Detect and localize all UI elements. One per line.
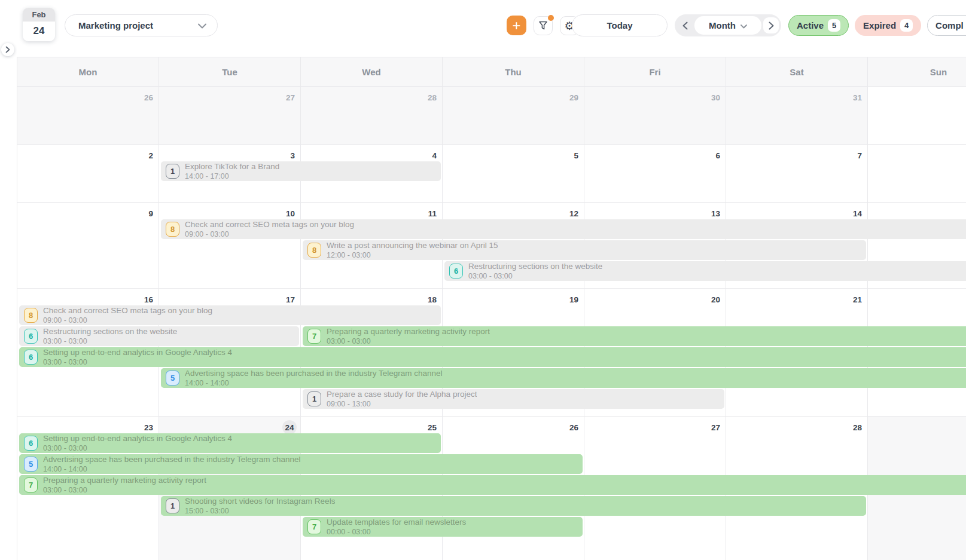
next-period-button[interactable] [763, 17, 779, 33]
event-title: Prepare a case study for the Alpha proje… [327, 390, 477, 399]
date-widget-day: 24 [23, 22, 55, 41]
event-time: 14:00 - 14:00 [43, 466, 301, 473]
event-title: Advertising space has been purchased in … [185, 369, 443, 378]
toolbar: Feb 24 Marketing project + ⚙ Today Month [0, 0, 966, 55]
event-time: 09:00 - 03:00 [185, 231, 354, 238]
add-event-button[interactable]: + [507, 16, 526, 35]
day-cell[interactable]: 29 [443, 87, 584, 144]
view-mode-label: Month [709, 20, 736, 30]
day-cell[interactable] [868, 145, 966, 202]
day-cell[interactable] [868, 87, 966, 144]
chevron-down-icon [198, 20, 206, 30]
date-number: 10 [281, 206, 295, 221]
date-number: 30 [706, 90, 720, 105]
date-number: 27 [706, 420, 720, 434]
day-cell[interactable]: 10 [159, 203, 301, 288]
calendar-week-row: 2345671Explore TikTok for a Brand14:00 -… [17, 145, 966, 203]
status-filter-pills: Active5Expired4Compl [788, 15, 966, 36]
project-selector-label: Marketing project [78, 20, 153, 30]
event-time: 03:00 - 03:00 [327, 338, 490, 345]
event-bar[interactable]: 1Explore TikTok for a Brand14:00 - 17:00 [161, 161, 441, 181]
date-number: 5 [564, 148, 578, 163]
month-calendar: MonTueWedThuFriSatSun 262728293031234567… [17, 57, 966, 560]
day-header-mon: Mon [17, 57, 159, 86]
date-number: 29 [564, 90, 578, 105]
event-bar[interactable]: 1Prepare a case study for the Alpha proj… [303, 389, 724, 409]
event-bar[interactable]: 8Check and correct SEO meta tags on your… [161, 219, 966, 239]
status-filter-completed[interactable]: Compl [927, 15, 966, 36]
day-cell[interactable]: 6 [584, 145, 726, 202]
event-bar[interactable]: 7Preparing a quarterly marketing activit… [19, 475, 966, 495]
event-bar[interactable]: 7Update templates for email newsletters0… [303, 517, 583, 537]
status-filter-label: Active [797, 20, 824, 30]
event-count-badge: 1 [307, 391, 321, 406]
date-number: 13 [706, 206, 720, 221]
funnel-icon [538, 21, 548, 30]
event-bar[interactable]: 7Preparing a quarterly marketing activit… [303, 326, 966, 346]
event-count-badge: 8 [166, 222, 179, 237]
day-header-row: MonTueWedThuFriSatSun [17, 57, 966, 87]
day-header-tue: Tue [159, 57, 301, 86]
calendar-week-row: 2324252627286Setting up end-to-end analy… [17, 417, 966, 560]
event-bar[interactable]: 6Setting up end-to-end analytics in Goog… [19, 347, 966, 367]
previous-period-button[interactable] [677, 22, 693, 30]
event-bar[interactable]: 6Setting up end-to-end analytics in Goog… [19, 433, 441, 453]
day-cell[interactable]: 31 [726, 87, 868, 144]
event-time: 03:00 - 03:00 [43, 359, 232, 366]
status-filter-label: Compl [935, 20, 964, 30]
event-bar[interactable]: 1Shooting short videos for Instagram Ree… [161, 496, 866, 516]
chevron-right-icon [769, 22, 774, 30]
date-number: 11 [422, 206, 437, 221]
day-cell[interactable]: 5 [443, 145, 584, 202]
event-count-badge: 5 [166, 371, 179, 385]
view-mode-selector[interactable]: Month [694, 16, 761, 35]
project-selector[interactable]: Marketing project [65, 14, 218, 36]
day-cell[interactable]: 28 [301, 87, 443, 144]
event-bar[interactable]: 6Restructuring sections on the website03… [19, 326, 299, 346]
calendar-week-row: 1617181920218Check and correct SEO meta … [17, 289, 966, 417]
filter-button[interactable] [534, 16, 553, 35]
today-button[interactable]: Today [572, 14, 668, 36]
day-cell[interactable]: 30 [584, 87, 726, 144]
event-time: 09:00 - 13:00 [327, 400, 477, 408]
date-number: 20 [706, 292, 720, 307]
event-bar[interactable]: 6Restructuring sections on the website03… [444, 261, 966, 281]
date-number: 28 [422, 90, 437, 105]
event-title: Restructuring sections on the website [43, 328, 177, 336]
date-number: 23 [139, 420, 153, 434]
event-count-badge: 5 [24, 457, 38, 472]
event-count-badge: 1 [166, 164, 179, 179]
event-bar[interactable]: 8Write a post announcing the webinar on … [303, 240, 866, 260]
event-time: 15:00 - 03:00 [185, 507, 335, 515]
day-cell[interactable]: 2 [17, 145, 159, 202]
status-filter-label: Expired [863, 20, 896, 30]
event-title: Update templates for email newsletters [327, 518, 466, 527]
event-title: Setting up end-to-end analytics in Googl… [43, 434, 232, 443]
event-count-badge: 6 [24, 350, 38, 365]
event-time: 03:00 - 03:00 [43, 338, 177, 345]
event-time: 03:00 - 03:00 [43, 486, 206, 494]
day-cell[interactable]: 26 [17, 87, 159, 144]
day-header-thu: Thu [443, 57, 584, 86]
date-number: 21 [848, 292, 862, 307]
event-title: Write a post announcing the webinar on A… [327, 241, 498, 250]
calendar-week-row: 910111213148Check and correct SEO meta t… [17, 203, 966, 289]
date-number: 9 [139, 206, 153, 221]
event-bar[interactable]: 5Advertising space has been purchased in… [19, 454, 583, 474]
status-filter-active[interactable]: Active5 [788, 15, 849, 36]
event-count-badge: 6 [24, 329, 38, 344]
sidebar-expand-button[interactable] [1, 43, 14, 56]
event-title: Preparing a quarterly marketing activity… [43, 476, 206, 485]
date-number-today: 24 [282, 420, 297, 434]
event-bar[interactable]: 8Check and correct SEO meta tags on your… [19, 305, 441, 325]
event-title: Preparing a quarterly marketing activity… [327, 328, 490, 336]
day-cell[interactable]: 9 [17, 203, 159, 288]
day-cell[interactable]: 27 [159, 87, 301, 144]
date-number: 16 [139, 292, 153, 307]
date-number: 18 [422, 292, 437, 307]
date-number: 6 [706, 148, 720, 163]
event-bar[interactable]: 5Advertising space has been purchased in… [161, 368, 966, 388]
status-filter-expired[interactable]: Expired4 [855, 15, 921, 36]
day-cell[interactable]: 7 [726, 145, 868, 202]
chevron-left-icon [682, 22, 688, 30]
